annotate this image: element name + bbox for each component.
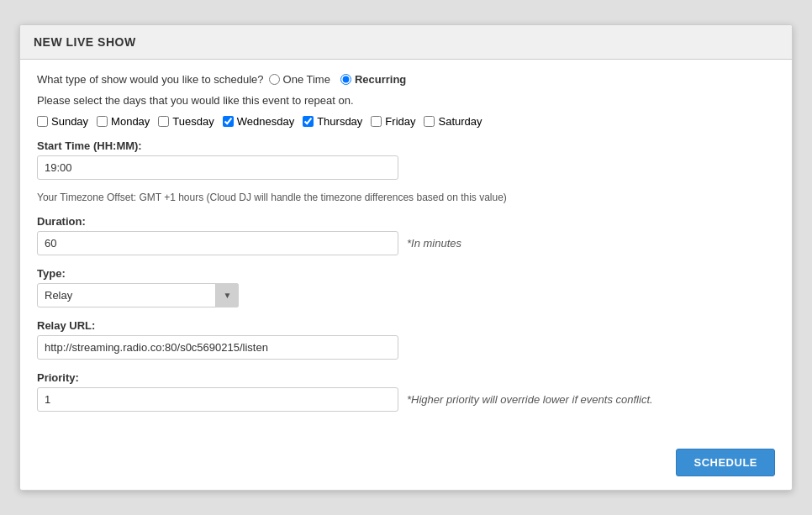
day-checkbox-wednesday[interactable]: Wednesday <box>223 115 294 128</box>
show-type-row: What type of show would you like to sche… <box>37 73 775 86</box>
priority-label: Priority: <box>37 371 775 384</box>
checkbox-thursday[interactable] <box>303 116 314 127</box>
day-checkbox-saturday[interactable]: Saturday <box>424 115 482 128</box>
type-label: Type: <box>37 267 775 280</box>
schedule-button[interactable]: SCHEDULE <box>676 449 775 476</box>
priority-input[interactable] <box>37 387 398 412</box>
day-checkbox-sunday[interactable]: Sunday <box>37 115 88 128</box>
one-time-label[interactable]: One Time <box>269 73 330 86</box>
checkbox-friday[interactable] <box>371 116 382 127</box>
duration-label: Duration: <box>37 215 775 228</box>
checkbox-sunday[interactable] <box>37 116 48 127</box>
day-checkbox-monday[interactable]: Monday <box>97 115 150 128</box>
days-row: Sunday Monday Tuesday Wednesday Thursday… <box>37 115 775 128</box>
type-select-wrapper: Relay Live AutoDJ ▼ <box>37 283 239 307</box>
dialog-body: What type of show would you like to sche… <box>20 60 792 440</box>
day-checkbox-thursday[interactable]: Thursday <box>303 115 362 128</box>
start-time-label: Start Time (HH:MM): <box>37 139 775 152</box>
one-time-text: One Time <box>283 73 330 86</box>
days-instruction: Please select the days that you would li… <box>37 94 775 107</box>
duration-input-row: *In minutes <box>37 231 775 255</box>
day-label-sunday: Sunday <box>51 115 88 128</box>
checkbox-tuesday[interactable] <box>158 116 169 127</box>
day-label-monday: Monday <box>111 115 150 128</box>
type-select[interactable]: Relay Live AutoDJ <box>37 283 239 307</box>
start-time-input[interactable] <box>37 155 398 180</box>
recurring-radio[interactable] <box>340 74 351 85</box>
duration-input[interactable] <box>37 231 398 255</box>
type-row: Type: Relay Live AutoDJ ▼ <box>37 267 775 307</box>
recurring-label[interactable]: Recurring <box>340 73 406 86</box>
show-type-question: What type of show would you like to sche… <box>37 73 264 86</box>
relay-url-row: Relay URL: <box>37 319 775 360</box>
relay-url-input[interactable] <box>37 335 398 360</box>
timezone-note: Your Timezone Offset: GMT +1 hours (Clou… <box>37 192 775 203</box>
checkbox-monday[interactable] <box>97 116 108 127</box>
dialog-title: NEW LIVE SHOW <box>34 35 778 49</box>
checkbox-wednesday[interactable] <box>223 116 234 127</box>
recurring-text: Recurring <box>355 73 406 86</box>
dialog-footer: SCHEDULE <box>20 440 792 490</box>
start-time-row: Start Time (HH:MM): <box>37 139 775 180</box>
relay-url-label: Relay URL: <box>37 319 775 332</box>
day-label-saturday: Saturday <box>438 115 482 128</box>
dialog-header: NEW LIVE SHOW <box>20 25 792 60</box>
day-checkbox-friday[interactable]: Friday <box>371 115 415 128</box>
new-live-show-dialog: NEW LIVE SHOW What type of show would yo… <box>19 24 793 491</box>
duration-row: Duration: *In minutes <box>37 215 775 255</box>
priority-input-row: *Higher priority will override lower if … <box>37 387 775 412</box>
checkbox-saturday[interactable] <box>424 116 435 127</box>
priority-note: *Higher priority will override lower if … <box>407 393 653 406</box>
day-label-friday: Friday <box>385 115 415 128</box>
day-label-thursday: Thursday <box>317 115 362 128</box>
day-label-wednesday: Wednesday <box>237 115 294 128</box>
radio-group: One Time Recurring <box>269 73 407 86</box>
priority-row: Priority: *Higher priority will override… <box>37 371 775 412</box>
day-label-tuesday: Tuesday <box>172 115 214 128</box>
minutes-label: *In minutes <box>407 237 461 250</box>
day-checkbox-tuesday[interactable]: Tuesday <box>158 115 214 128</box>
one-time-radio[interactable] <box>269 74 280 85</box>
